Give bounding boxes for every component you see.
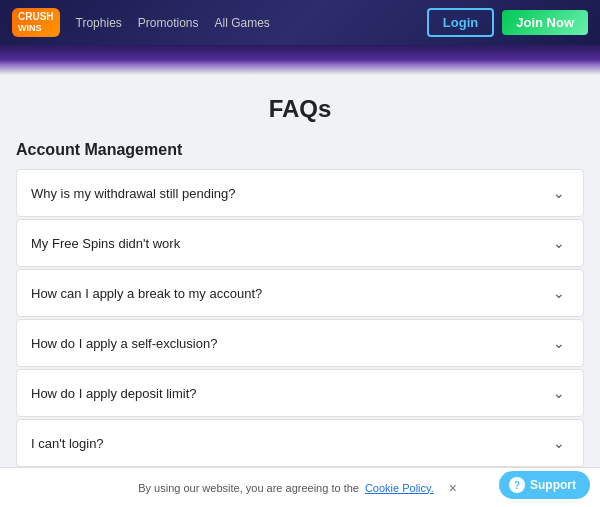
logo-line2: WINS [18, 23, 54, 34]
support-icon: ? [509, 477, 525, 493]
login-button[interactable]: Login [427, 8, 494, 37]
cookie-policy-link[interactable]: Cookie Policy. [365, 482, 434, 494]
join-button[interactable]: Join Now [502, 10, 588, 35]
faq-question-2: My Free Spins didn't work [31, 236, 180, 251]
chevron-down-icon-2: ⌄ [549, 233, 569, 253]
faq-question-1: Why is my withdrawal still pending? [31, 186, 235, 201]
faq-item-6[interactable]: I can't login? ⌄ [16, 419, 584, 467]
chevron-down-icon-6: ⌄ [549, 433, 569, 453]
cookie-close-button[interactable]: × [444, 479, 462, 497]
header-buttons: Login Join Now [427, 8, 588, 37]
chevron-down-icon-3: ⌄ [549, 283, 569, 303]
chevron-down-icon-5: ⌄ [549, 383, 569, 403]
logo-line1: CRUSH [18, 11, 54, 23]
faq-question-3: How can I apply a break to my account? [31, 286, 262, 301]
logo: CRUSH WINS [12, 8, 60, 37]
faq-question-6: I can't login? [31, 436, 104, 451]
main-content: FAQs Account Management Why is my withdr… [0, 75, 600, 467]
faq-item-1[interactable]: Why is my withdrawal still pending? ⌄ [16, 169, 584, 217]
faq-item-5[interactable]: How do I apply deposit limit? ⌄ [16, 369, 584, 417]
faq-list: Why is my withdrawal still pending? ⌄ My… [16, 169, 584, 467]
header: CRUSH WINS Trophies Promotions All Games… [0, 0, 600, 45]
support-button[interactable]: ? Support [499, 471, 590, 499]
logo-box: CRUSH WINS [12, 8, 60, 37]
page-title: FAQs [16, 95, 584, 123]
nav-item-all-games[interactable]: All Games [215, 16, 270, 30]
faq-item-4[interactable]: How do I apply a self-exclusion? ⌄ [16, 319, 584, 367]
nav-links: Trophies Promotions All Games [76, 16, 427, 30]
faq-question-4: How do I apply a self-exclusion? [31, 336, 217, 351]
section-title: Account Management [16, 141, 584, 159]
chevron-down-icon-4: ⌄ [549, 333, 569, 353]
chevron-down-icon-1: ⌄ [549, 183, 569, 203]
cookie-text: By using our website, you are agreeing t… [138, 482, 359, 494]
nav-item-trophies[interactable]: Trophies [76, 16, 122, 30]
faq-question-5: How do I apply deposit limit? [31, 386, 196, 401]
banner [0, 45, 600, 75]
support-label: Support [530, 478, 576, 492]
nav-item-promotions[interactable]: Promotions [138, 16, 199, 30]
faq-item-3[interactable]: How can I apply a break to my account? ⌄ [16, 269, 584, 317]
faq-item-2[interactable]: My Free Spins didn't work ⌄ [16, 219, 584, 267]
